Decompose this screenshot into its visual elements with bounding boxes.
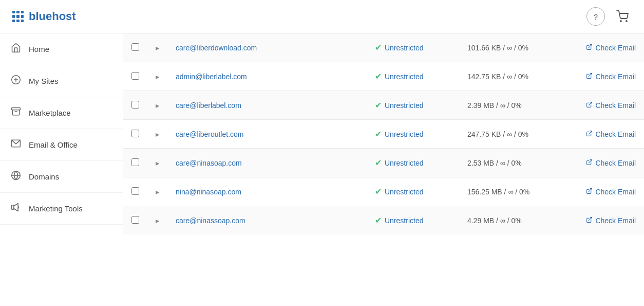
sidebar-item-my-sites[interactable]: My Sites	[0, 65, 123, 97]
svg-point-1	[626, 21, 627, 22]
email-link-1[interactable]: admin@liberlabel.com	[176, 73, 247, 81]
table-row: ▸ care@liberoutlet.com ✔ Unrestricted 24…	[123, 120, 644, 149]
sidebar-item-domains[interactable]: Domains	[0, 161, 123, 193]
check-icon-0: ✔	[375, 43, 382, 52]
email-link-3[interactable]: care@liberoutlet.com	[176, 130, 244, 138]
row-action-cell: Check Email	[562, 177, 644, 206]
expand-button-5[interactable]: ▸	[156, 188, 159, 196]
status-text-6: Unrestricted	[385, 217, 423, 225]
check-email-button-5[interactable]: Check Email	[586, 188, 636, 196]
row-status-cell: ✔ Unrestricted	[367, 91, 459, 120]
logo[interactable]: bluehost	[12, 10, 76, 23]
status-badge-0: ✔ Unrestricted	[375, 43, 451, 52]
row-action-cell: Check Email	[562, 120, 644, 149]
row-checkbox-4[interactable]	[131, 158, 139, 166]
svg-point-0	[620, 21, 621, 22]
help-button[interactable]: ?	[586, 7, 605, 26]
home-icon	[10, 43, 22, 56]
sidebar-label-marketplace: Marketplace	[29, 109, 71, 117]
status-text-2: Unrestricted	[385, 101, 423, 110]
table-row: ▸ care@liberdownload.com ✔ Unrestricted …	[123, 33, 644, 62]
usage-text-3: 247.75 KB / ∞ / 0%	[467, 130, 528, 138]
check-icon-3: ✔	[375, 129, 382, 139]
row-checkbox-6[interactable]	[131, 216, 139, 224]
sidebar-label-marketing-tools: Marketing Tools	[29, 204, 83, 213]
row-expand-cell: ▸	[147, 91, 167, 120]
expand-button-6[interactable]: ▸	[156, 217, 159, 225]
row-usage-cell: 101.66 KB / ∞ / 0%	[459, 33, 562, 62]
sidebar-label-domains: Domains	[29, 172, 59, 181]
email-icon	[10, 138, 22, 151]
check-icon-1: ✔	[375, 71, 382, 81]
row-usage-cell: 2.39 MB / ∞ / 0%	[459, 91, 562, 120]
status-badge-1: ✔ Unrestricted	[375, 71, 451, 81]
email-link-6[interactable]: care@ninassoap.com	[176, 217, 245, 225]
row-action-cell: Check Email	[562, 62, 644, 91]
row-checkbox-cell	[123, 62, 147, 91]
row-checkbox-1[interactable]	[131, 72, 139, 80]
sidebar-item-marketplace[interactable]: Marketplace	[0, 97, 123, 129]
row-checkbox-2[interactable]	[131, 101, 139, 109]
check-email-button-3[interactable]: Check Email	[586, 130, 636, 138]
table-row: ▸ admin@liberlabel.com ✔ Unrestricted 14…	[123, 62, 644, 91]
expand-button-3[interactable]: ▸	[156, 131, 159, 138]
row-checkbox-cell	[123, 33, 147, 62]
check-icon-6: ✔	[375, 215, 382, 225]
row-email-cell: care@liberdownload.com	[167, 33, 367, 62]
cart-icon	[616, 10, 629, 23]
external-link-icon-2	[586, 101, 593, 110]
row-usage-cell: 4.29 MB / ∞ / 0%	[459, 206, 562, 235]
row-email-cell: care@ninasoap.com	[167, 149, 367, 177]
expand-button-4[interactable]: ▸	[156, 159, 159, 167]
table-row: ▸ care@liberlabel.com ✔ Unrestricted 2.3…	[123, 91, 644, 120]
email-link-0[interactable]: care@liberdownload.com	[176, 44, 257, 52]
wordpress-icon	[10, 75, 22, 87]
status-text-5: Unrestricted	[385, 188, 423, 196]
expand-button-2[interactable]: ▸	[156, 102, 159, 110]
cart-button[interactable]	[613, 7, 632, 26]
external-link-icon-4	[586, 159, 593, 167]
check-email-button-4[interactable]: Check Email	[586, 159, 636, 167]
row-expand-cell: ▸	[147, 120, 167, 149]
sidebar: Home My Sites Marketplace	[0, 33, 123, 306]
email-link-2[interactable]: care@liberlabel.com	[176, 101, 241, 110]
check-email-button-1[interactable]: Check Email	[586, 73, 636, 81]
check-email-button-0[interactable]: Check Email	[586, 44, 636, 52]
row-expand-cell: ▸	[147, 62, 167, 91]
sidebar-item-marketing-tools[interactable]: Marketing Tools	[0, 193, 123, 225]
expand-button-1[interactable]: ▸	[156, 73, 159, 81]
svg-line-16	[589, 188, 592, 191]
check-email-button-2[interactable]: Check Email	[586, 101, 636, 110]
external-link-icon-0	[586, 44, 593, 52]
row-checkbox-cell	[123, 206, 147, 235]
sidebar-item-email-office[interactable]: Email & Office	[0, 129, 123, 161]
check-icon-5: ✔	[375, 187, 382, 196]
row-checkbox-3[interactable]	[131, 130, 139, 137]
email-link-4[interactable]: care@ninasoap.com	[176, 159, 242, 167]
svg-rect-10	[12, 205, 14, 209]
status-badge-3: ✔ Unrestricted	[375, 129, 451, 139]
row-checkbox-cell	[123, 177, 147, 206]
status-text-1: Unrestricted	[385, 73, 423, 81]
usage-text-5: 156.25 MB / ∞ / 0%	[467, 188, 529, 196]
check-email-button-6[interactable]: Check Email	[586, 217, 636, 225]
svg-line-11	[589, 44, 592, 47]
table-row: ▸ nina@ninasoap.com ✔ Unrestricted 156.2…	[123, 177, 644, 206]
logo-text: bluehost	[29, 10, 76, 23]
row-action-cell: Check Email	[562, 33, 644, 62]
row-status-cell: ✔ Unrestricted	[367, 120, 459, 149]
external-link-icon-3	[586, 130, 593, 138]
row-usage-cell: 2.53 MB / ∞ / 0%	[459, 149, 562, 177]
sidebar-item-home[interactable]: Home	[0, 33, 123, 65]
email-link-5[interactable]: nina@ninasoap.com	[176, 188, 241, 196]
row-checkbox-5[interactable]	[131, 187, 139, 195]
usage-text-4: 2.53 MB / ∞ / 0%	[467, 159, 522, 167]
email-table-container: ▸ care@liberdownload.com ✔ Unrestricted …	[123, 33, 644, 235]
header: bluehost ?	[0, 0, 644, 33]
svg-line-13	[589, 102, 592, 105]
expand-button-0[interactable]: ▸	[156, 44, 159, 52]
status-text-0: Unrestricted	[385, 44, 423, 52]
row-checkbox-0[interactable]	[131, 43, 139, 51]
check-icon-4: ✔	[375, 158, 382, 168]
row-action-cell: Check Email	[562, 206, 644, 235]
